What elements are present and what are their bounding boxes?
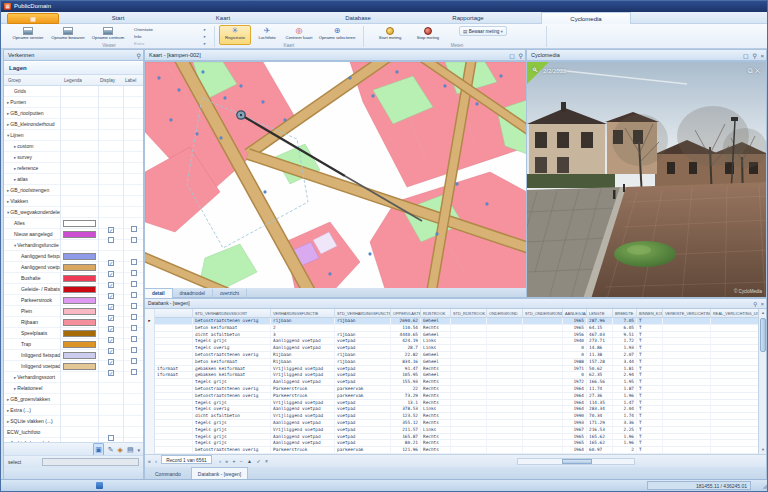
pin-icon[interactable]: ⚲ [752,53,756,59]
vertical-scrollbar[interactable]: ▲ ▼ [758,309,766,454]
row-selector[interactable] [145,406,155,413]
row-selector[interactable] [145,440,155,447]
map-canvas[interactable] [145,62,527,289]
table-row[interactable]: betonstraatstenen overigParkeerstrookpar… [145,447,758,454]
column-header[interactable]: STD_ONDERGROND [523,309,563,318]
expand-icon[interactable]: ▸ [14,144,16,149]
col-display[interactable]: Display [100,75,115,86]
column-header[interactable]: BREEDTE [613,309,637,318]
row-selector[interactable] [145,366,155,373]
scroll-down-icon[interactable]: ▼ [759,446,767,454]
collapse-icon[interactable]: ▾ [7,133,9,138]
col-label[interactable]: Label [125,75,136,86]
layer-row[interactable]: Bushalte✓ [4,273,143,284]
layer-row[interactable]: ▾GB_wegvakonderdelen (...) [4,207,143,218]
row-selector[interactable] [145,352,155,359]
layer-row[interactable]: ▸GB_rioolstrengen [4,185,143,196]
row-selector[interactable] [145,447,155,454]
commit-record-button[interactable]: ✓ [256,455,260,467]
table-row[interactable]: tegels grijsAanliggend voetpadvoetpad155… [145,379,758,386]
expand-icon[interactable]: ▸ [14,155,16,160]
layer-row[interactable]: Trap✓ [4,339,143,350]
layer-row[interactable]: ▸SQLite vlakken (...) [4,416,143,427]
row-selector[interactable] [145,386,155,393]
layer-row[interactable]: Rijbaan✓ [4,317,143,328]
row-selector[interactable] [145,338,155,345]
file-tab[interactable]: ▦ [7,13,59,24]
info-menu[interactable]: Info▸ [131,33,209,40]
layer-row[interactable]: Alles✓ [4,218,143,229]
column-header[interactable]: STD_RIJSTROOK [451,309,487,318]
registratie-button[interactable]: ✳ Registratie [219,25,251,45]
pin-icon[interactable]: ⚲ [753,301,757,307]
layer-row[interactable]: Geleide- / Rabatstrook✓ [4,284,143,295]
layer-row[interactable]: ▸custom [4,141,143,152]
scrollbar-thumb[interactable] [760,318,766,352]
layer-row[interactable]: ECW_luchtfoto [4,427,143,438]
column-header[interactable] [155,309,193,318]
bewaar-meting-button[interactable]: ▤ Bewaar meting ▾ [459,26,507,36]
expand-icon[interactable]: ▸ [7,100,9,105]
scrollbar-thumb[interactable] [562,459,592,464]
row-selector[interactable] [145,372,155,379]
expand-icon[interactable]: ▸ [7,199,9,204]
row-selector[interactable]: ▸ [145,318,155,325]
tab-detail[interactable]: detail [144,288,173,298]
expand-icon[interactable]: ▸ [7,122,9,127]
expand-icon[interactable]: ▸ [7,188,9,193]
table-row[interactable]: tegels grijsVrijliggend voetpadvoetpad13… [145,400,758,407]
layer-row[interactable]: Plein✓ [4,306,143,317]
maximize-icon[interactable]: ▢ [743,53,749,59]
pin-icon[interactable]: ⚲ [519,53,523,59]
opname-venster-button[interactable]: Opname venster [9,25,47,45]
centreer-kaart-button[interactable]: ◎ Centreer kaart [283,25,315,45]
table-row[interactable]: dicht asfaltbetonVrijliggend voetpadvoet… [145,413,758,420]
expand-icon[interactable]: ▸ [14,375,16,380]
layer-row[interactable]: ▸GB_groenvlakken [4,394,143,405]
row-selector[interactable] [145,325,155,332]
street-view-panorama[interactable]: 🔍︎ 2/2/2022 ⧉ ✕ © CycloMedia [526,61,767,298]
scroll-up-icon[interactable]: ▲ [759,309,767,317]
col-legenda[interactable]: Legenda [64,75,82,86]
delete-record-button[interactable]: − [240,455,243,467]
layer-row[interactable]: ▸atlas [4,174,143,185]
layer-row[interactable]: ▾Lijnen [4,130,143,141]
column-header[interactable]: ONDERGROND [487,309,523,318]
column-header[interactable]: BINNEN_KOM [637,309,663,318]
close-icon[interactable]: × [760,53,764,59]
cancel-record-button[interactable]: × [265,455,268,467]
layer-row[interactable]: Nieuw aangelegd [4,229,143,240]
tab-database[interactable]: Database [313,12,403,24]
layer-row[interactable]: Aanliggend fietspad✓ [4,251,143,262]
collapse-icon[interactable]: ▾ [14,243,16,248]
prev-record-button[interactable]: ‹ [155,455,157,467]
close-overlay-icon[interactable]: ✕ [755,67,760,74]
column-header[interactable]: STD_VERHARDINGSFUNCTIE [335,309,391,318]
expand-icon[interactable]: ▸ [7,419,9,424]
start-meting-button[interactable]: Start meting [373,25,407,45]
tab-start[interactable]: Start [73,12,163,24]
table-row[interactable]: tegels grijsAanliggend voetpadvoetpad424… [145,338,758,345]
row-selector[interactable] [145,413,155,420]
table-row[interactable]: dicht asfaltbeton3rijbaan4440.65Geheel19… [145,332,758,339]
col-groep[interactable]: Groep [8,75,21,86]
row-selector[interactable] [145,345,155,352]
layer-row[interactable]: Parkeerstrook✓ [4,295,143,306]
tab-rapportage[interactable]: Rapportage [423,12,513,24]
table-row[interactable]: tegels grijsAanliggend voetpadvoetpad165… [145,434,758,441]
layer-row[interactable]: Aanliggend voetpad✓ [4,262,143,273]
expand-icon[interactable]: ▸ [7,397,9,402]
row-selector[interactable] [145,393,155,400]
row-selector[interactable] [145,359,155,366]
expand-icon[interactable]: ▸ [7,111,9,116]
table-row[interactable]: betonstraatstenen overigRijbaanrijbaan22… [145,352,758,359]
layer-row[interactable]: ▸Verhardingssoort [4,372,143,383]
row-selector[interactable] [145,332,155,339]
edit-record-button[interactable]: ▲ [247,455,252,467]
last-record-button[interactable]: » [225,455,228,467]
table-row[interactable]: betonstraatstenen overigParkeerstrookpar… [145,386,758,393]
column-header[interactable]: RIJSTROOK [421,309,451,318]
orientatie-menu[interactable]: Orientatie▸ [131,26,209,33]
pin-icon[interactable]: ⚲ [137,53,141,59]
stop-meting-button[interactable]: Stop meting [411,25,445,45]
